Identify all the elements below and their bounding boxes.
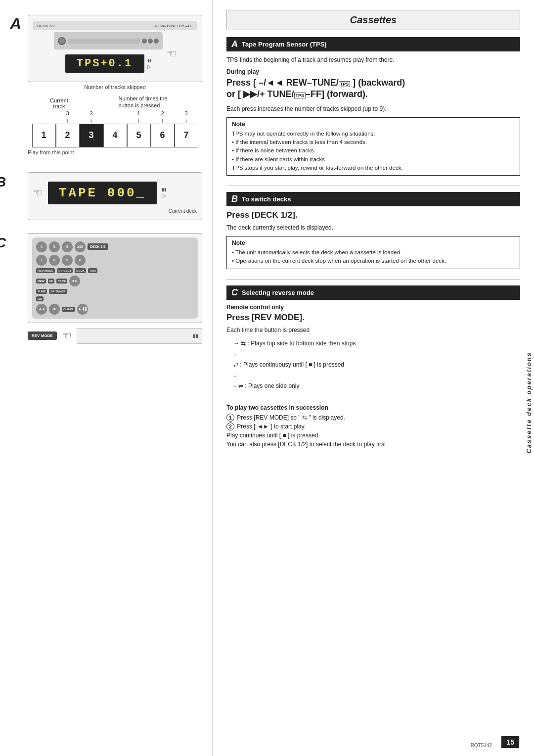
section-c-right: C Selecting reverse mode Remote control … bbox=[226, 285, 520, 453]
rew-btn[interactable]: REW bbox=[36, 279, 46, 284]
section-a-header: A Tape Program Sensor (TPS) bbox=[226, 37, 520, 51]
press-rev-mode: Press [REV MODE]. bbox=[226, 313, 520, 323]
page-title: Cassettes bbox=[350, 14, 397, 25]
page-title-box: Cassettes bbox=[226, 10, 520, 30]
hand-c-icon: ☜ bbox=[62, 330, 72, 342]
track-cells: 1 2 3 4 5 6 7 bbox=[32, 124, 198, 147]
section-a-note-text: TPS may not operate correctly in the fol… bbox=[232, 130, 515, 172]
press-deck-12: Press [DECK 1/2]. bbox=[226, 210, 520, 220]
section-b-note: Note • The unit automatically selects th… bbox=[226, 236, 520, 269]
c-reset-btn[interactable]: C-RESET bbox=[57, 268, 73, 273]
device-a-top: DECK 1/2 REW–TUNE/TPS–FF bbox=[28, 15, 202, 82]
section-b-header-text: To switch decks bbox=[242, 195, 291, 203]
track-cell-7: 7 bbox=[175, 124, 198, 147]
tape-display-b: TAPE 000_ bbox=[48, 182, 157, 204]
track-cell-2: 2 bbox=[56, 124, 80, 147]
device-b: ☜ TAPE 000_ ▮▮▷ Current deck bbox=[28, 172, 202, 220]
deck-label-a: DECK 1/2 bbox=[37, 24, 55, 28]
section-a-note-title: Note bbox=[232, 121, 515, 128]
during-play-heading: During play bbox=[226, 68, 520, 75]
rev-mode-btn[interactable]: REV MODE bbox=[36, 268, 55, 273]
tracks-skipped-label: Number of tracks skipped bbox=[28, 84, 202, 90]
divider-bc bbox=[226, 279, 520, 280]
section-c-letter: C bbox=[0, 235, 6, 251]
step-1-circle: 1 bbox=[226, 414, 234, 422]
section-a-header-letter: A bbox=[231, 39, 238, 49]
section-a-header-text: Tape Program Sensor (TPS) bbox=[242, 41, 327, 48]
divider-ab bbox=[226, 186, 520, 186]
section-b-note-title: Note bbox=[232, 239, 515, 246]
right-panel: Cassettes A Tape Program Sensor (TPS) TP… bbox=[213, 0, 534, 756]
clear-btn[interactable]: CLEAR bbox=[62, 307, 75, 312]
section-a-note: Note TPS may not operate correctly in th… bbox=[226, 117, 520, 176]
deck-btn-2[interactable]: DECK bbox=[75, 268, 86, 273]
track-cell-1: 1 bbox=[32, 124, 56, 147]
section-b-letter: B bbox=[0, 174, 6, 190]
succession-steps: 1 Press [REV MODE] so " ⇆ " is displayed… bbox=[226, 413, 520, 449]
sp-tuner-btn[interactable]: SP TUNER bbox=[49, 289, 67, 294]
side-label: Cassette deck operations bbox=[525, 352, 533, 454]
left-panel: A DECK 1/2 REW–TUNE/TPS–FF bbox=[0, 0, 213, 756]
aux-btn[interactable]: AUX bbox=[88, 268, 97, 273]
device-top-bar: DECK 1/2 REW–TUNE/TPS–FF bbox=[33, 21, 197, 30]
hand-b-icon: ☜ bbox=[33, 187, 43, 199]
rev-mode-arrows: → ⇆ : Plays top side to bottom side then… bbox=[226, 338, 520, 392]
press-heading-a: Press [ –/◄◄ REW–TUNE/TPS ] (backward) o… bbox=[226, 77, 520, 100]
tape-btn[interactable]: TAPE bbox=[56, 279, 67, 284]
current-track-label: Current track bbox=[47, 97, 71, 109]
section-b-right: B To switch decks Press [DECK 1/2]. The … bbox=[226, 192, 520, 273]
track-cell-6: 6 bbox=[151, 124, 175, 147]
section-a-right: A Tape Program Sensor (TPS) TPS finds th… bbox=[226, 37, 520, 180]
page-number: 15 bbox=[501, 736, 519, 748]
rev-mode-press: REV MODE ☜ ▮▮ bbox=[28, 328, 202, 344]
section-a-intro: TPS finds the beginning of a track and r… bbox=[226, 55, 520, 64]
section-c-header-text: Selecting reverse mode bbox=[242, 289, 314, 296]
step-2-circle: 2 bbox=[226, 423, 234, 430]
section-c-body: Each time the button is pressed bbox=[226, 326, 520, 334]
tps-box2: TPS bbox=[294, 93, 306, 98]
cd-btn[interactable]: CD bbox=[36, 296, 44, 301]
section-b-note-text: • The unit automatically selects the dec… bbox=[232, 248, 515, 266]
section-c-header-letter: C bbox=[231, 287, 238, 298]
rev-mode-label-c[interactable]: REV MODE bbox=[28, 331, 57, 340]
section-a-letter: A bbox=[10, 15, 21, 33]
divider-succession bbox=[226, 398, 520, 398]
remote-control-only: Remote control only bbox=[226, 304, 520, 311]
button-times-label: Number of times thebutton is pressed bbox=[119, 95, 183, 109]
track-cell-4: 4 bbox=[103, 124, 127, 147]
current-deck-label-b: Current deck bbox=[33, 208, 197, 214]
section-c-header: C Selecting reverse mode bbox=[226, 285, 520, 300]
track-diagram-container: Current track Number of times thebutton … bbox=[28, 91, 202, 159]
deck-btn-c[interactable]: DECK 1/2 bbox=[88, 243, 108, 250]
rqt-code: RQT5142 bbox=[471, 743, 492, 748]
tps-box1: TPS bbox=[339, 81, 351, 87]
tune-btn[interactable]: TUNE bbox=[36, 289, 47, 294]
play-from-label: Play from this point bbox=[28, 149, 202, 155]
section-b-body: The deck currently selected is displayed… bbox=[226, 223, 520, 232]
section-b-left: B ☜ TAPE 000_ ▮▮▷ Current deck bbox=[10, 172, 202, 220]
track-cell-5: 5 bbox=[127, 124, 151, 147]
side-label-box: Cassette deck operations bbox=[523, 89, 534, 716]
tps-display: TPS+0.1 bbox=[65, 54, 144, 73]
track-cell-3: 3 bbox=[80, 124, 103, 147]
ff-btn[interactable]: FF bbox=[48, 279, 54, 284]
section-c-left: C 4 5 6 ≥10 DECK 1/2 7 8 bbox=[10, 233, 202, 344]
section-b-header-letter: B bbox=[231, 194, 238, 204]
section-b-header: B To switch decks bbox=[226, 192, 520, 206]
device-c-remote: 4 5 6 ≥10 DECK 1/2 7 8 9 0 REV MODE bbox=[28, 233, 202, 323]
rew-tune-label: REW–TUNE/TPS–FF bbox=[155, 24, 193, 28]
section-a-body: Each press increases the number of track… bbox=[226, 104, 520, 113]
succession-title: To play two cassettes in succession bbox=[226, 404, 520, 411]
